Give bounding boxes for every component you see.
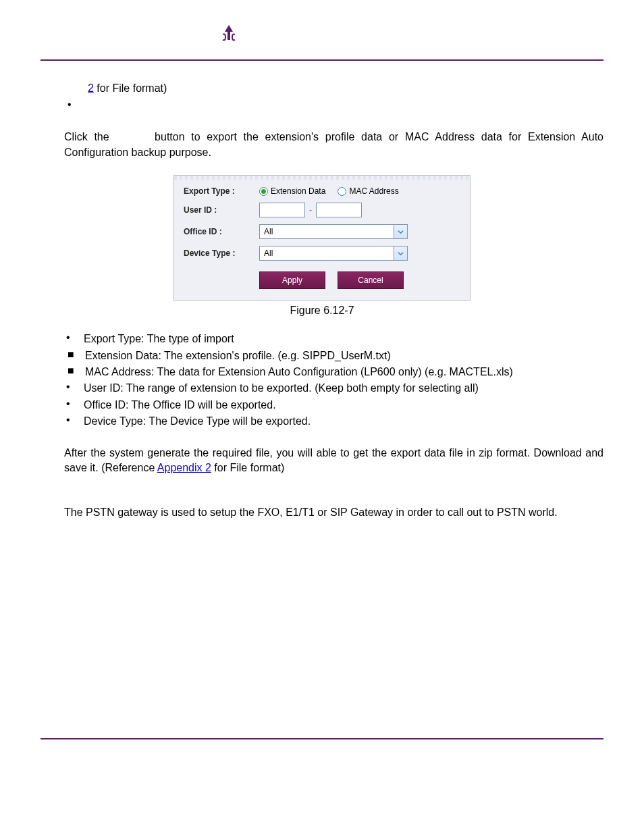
chevron-down-icon — [394, 225, 407, 238]
bullet-device-type: Device Type: The Device Type will be exp… — [84, 414, 603, 429]
logo-icon — [216, 24, 242, 49]
intro-part1: Click the — [64, 131, 115, 142]
user-id-from-input[interactable] — [259, 203, 305, 217]
bullet-icon: • — [66, 381, 84, 396]
empty-bullet: • — [68, 99, 86, 111]
appendix-2-link-fragment[interactable]: 2 — [88, 82, 94, 94]
export-type-label: Export Type : — [184, 186, 259, 196]
radio-unselected-icon — [338, 187, 346, 196]
office-id-label: Office ID : — [184, 227, 259, 236]
apply-button[interactable]: Apply — [259, 271, 325, 289]
square-bullet-icon: ■ — [68, 365, 85, 380]
top-after-text: for File format) — [94, 82, 167, 94]
figure-caption: Figure 6.12-7 — [41, 305, 603, 317]
bullet-export-type: Export Type: The type of import — [84, 332, 603, 346]
device-type-select[interactable]: All — [259, 246, 408, 261]
appendix-2-link[interactable]: Appendix 2 — [157, 462, 211, 473]
radio-selected-icon — [259, 187, 268, 196]
bullet-icon: • — [66, 332, 84, 346]
user-id-label: User ID : — [184, 205, 259, 215]
office-id-value: All — [264, 227, 273, 236]
radio-mac-address[interactable]: MAC Address — [338, 186, 398, 196]
bullet-icon: • — [66, 398, 84, 413]
bullet-extension-data: Extension Data: The extension's profile.… — [85, 348, 603, 363]
radio-extension-data[interactable]: Extension Data — [259, 186, 325, 196]
bullet-icon: • — [66, 414, 84, 429]
radio-extension-data-label: Extension Data — [271, 186, 325, 196]
range-dash: - — [309, 205, 312, 215]
chevron-down-icon — [394, 246, 407, 260]
bullet-office-id: Office ID: The Office ID will be exporte… — [84, 398, 603, 413]
bullet-mac-address: MAC Address: The data for Extension Auto… — [85, 365, 603, 380]
radio-mac-address-label: MAC Address — [349, 186, 398, 196]
bullet-user-id: User ID: The range of extension to be ex… — [84, 381, 603, 396]
user-id-to-input[interactable] — [316, 203, 362, 217]
intro-part2: button to export the extension's profile… — [64, 131, 603, 157]
export-form-panel: Export Type : Extension Data MAC Address — [173, 175, 471, 301]
cancel-button[interactable]: Cancel — [338, 271, 404, 289]
after-text-a: After the system generate the required f… — [64, 447, 603, 473]
device-type-value: All — [264, 249, 273, 258]
device-type-label: Device Type : — [184, 249, 259, 258]
pstn-paragraph: The PSTN gateway is used to setup the FX… — [64, 505, 603, 520]
square-bullet-icon: ■ — [68, 348, 85, 363]
office-id-select[interactable]: All — [259, 224, 408, 239]
after-text-b: for File format) — [211, 462, 284, 473]
